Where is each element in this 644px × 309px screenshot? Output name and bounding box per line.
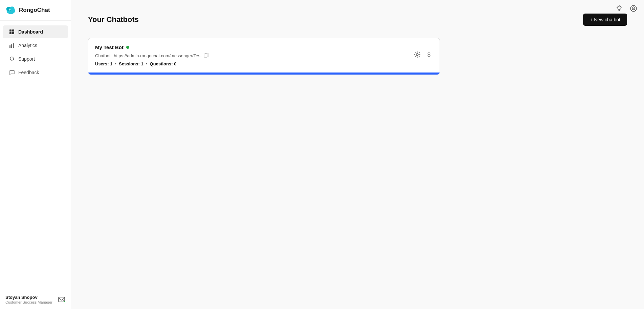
- stats-sessions-label: Sessions:: [119, 61, 139, 66]
- svg-line-18: [621, 6, 621, 6]
- headset-icon: [9, 56, 15, 62]
- svg-point-23: [632, 7, 635, 9]
- svg-point-11: [10, 57, 14, 60]
- nav-menu: Dashboard Analytics Suppo: [0, 21, 71, 290]
- chat-icon: [9, 70, 15, 75]
- user-name: Stoyan Shopov: [5, 295, 52, 300]
- stats-users-label: Users:: [95, 61, 109, 66]
- stats-users-value: 1: [110, 61, 112, 66]
- settings-icon[interactable]: [414, 51, 421, 60]
- sidebar: RongoChat Dashboard Anal: [0, 0, 71, 309]
- svg-point-3: [9, 9, 10, 11]
- copy-icon[interactable]: [204, 53, 208, 59]
- stats-questions-label: Questions:: [150, 61, 173, 66]
- user-info: Stoyan Shopov Customer Success Manager: [5, 295, 52, 304]
- progress-bar: [88, 73, 440, 75]
- svg-point-25: [416, 54, 418, 56]
- chatbot-name: My Test Bot: [95, 44, 124, 50]
- sidebar-item-analytics-label: Analytics: [18, 43, 37, 48]
- chatbot-url-row: Chatbot: https://admin.rongochat.com/mes…: [95, 53, 414, 59]
- sidebar-item-dashboard-label: Dashboard: [18, 29, 43, 35]
- svg-line-20: [618, 6, 618, 6]
- chatbot-url-link[interactable]: https://admin.rongochat.com/messenger/Te…: [114, 53, 201, 58]
- bulb-icon[interactable]: [616, 5, 623, 14]
- svg-point-15: [64, 301, 65, 302]
- sidebar-footer: Stoyan Shopov Customer Success Manager: [0, 290, 71, 309]
- svg-rect-12: [10, 59, 11, 60]
- svg-point-16: [618, 6, 621, 9]
- user-role: Customer Success Manager: [5, 300, 52, 304]
- chatbot-url-label: Chatbot:: [95, 53, 112, 58]
- logo-area: RongoChat: [0, 0, 71, 21]
- sidebar-item-support[interactable]: Support: [3, 53, 68, 65]
- sidebar-item-support-label: Support: [18, 56, 35, 62]
- status-badge: [126, 46, 129, 49]
- app-name: RongoChat: [19, 7, 50, 14]
- logo-icon: [5, 5, 16, 16]
- svg-rect-8: [9, 45, 10, 48]
- new-chatbot-button[interactable]: + New chatbot: [583, 14, 627, 26]
- stats-sessions-value: 1: [141, 61, 143, 66]
- svg-rect-9: [11, 44, 12, 48]
- sidebar-item-feedback-label: Feedback: [18, 70, 39, 75]
- chatbot-stats: Users: 1 • Sessions: 1 • Questions: 0: [95, 61, 414, 66]
- sidebar-item-analytics[interactable]: Analytics: [3, 39, 68, 52]
- svg-rect-7: [12, 32, 14, 34]
- stats-questions-value: 0: [174, 61, 176, 66]
- progress-bar-container: [88, 73, 440, 75]
- svg-rect-13: [13, 59, 14, 60]
- main-content: Your Chatbots + New chatbot My Test Bot …: [71, 0, 644, 309]
- svg-text:$: $: [427, 52, 430, 58]
- svg-rect-5: [12, 29, 14, 32]
- sidebar-item-feedback[interactable]: Feedback: [3, 66, 68, 79]
- bar-chart-icon: [9, 43, 15, 48]
- page-header: Your Chatbots + New chatbot: [88, 14, 627, 26]
- chatbot-card-inner: My Test Bot Chatbot: https://admin.rongo…: [88, 38, 440, 73]
- svg-rect-10: [13, 43, 14, 48]
- svg-rect-4: [9, 29, 12, 32]
- chatbot-name-row: My Test Bot: [95, 44, 414, 50]
- user-profile-icon[interactable]: [630, 5, 637, 14]
- chatbot-actions: $: [414, 51, 433, 60]
- mail-icon[interactable]: [58, 296, 65, 303]
- sidebar-item-dashboard[interactable]: Dashboard: [3, 25, 68, 38]
- svg-rect-6: [9, 32, 12, 34]
- chatbot-card: My Test Bot Chatbot: https://admin.rongo…: [88, 38, 440, 75]
- svg-rect-24: [204, 54, 207, 57]
- topbar-icons: [616, 5, 637, 14]
- billing-icon[interactable]: $: [426, 51, 433, 60]
- grid-icon: [9, 29, 15, 35]
- chatbot-info: My Test Bot Chatbot: https://admin.rongo…: [95, 44, 414, 66]
- page-title: Your Chatbots: [88, 15, 139, 24]
